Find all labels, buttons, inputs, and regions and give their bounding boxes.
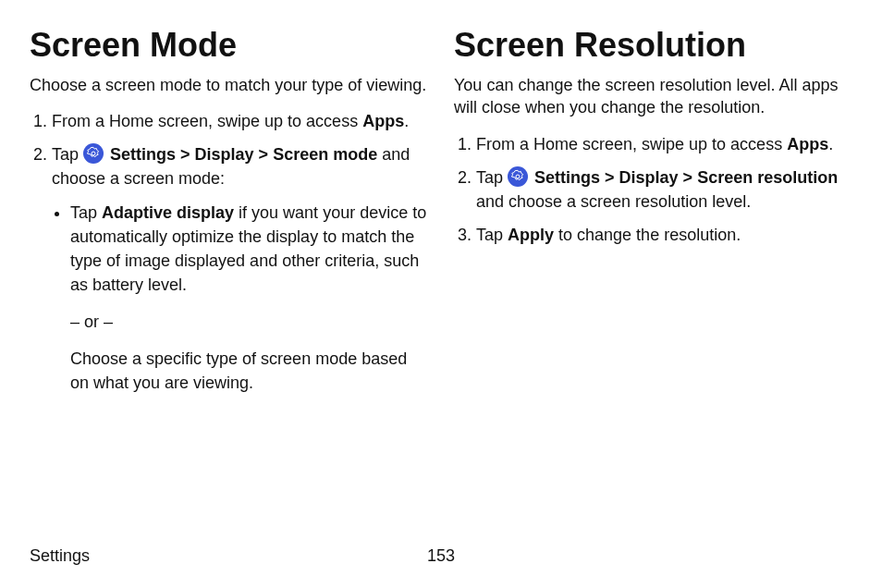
step-2-settings-bold: Settings (110, 145, 176, 164)
res-step-1-prefix: From a Home screen, swipe up to access (476, 135, 787, 153)
step-1-text-suffix: . (404, 112, 409, 130)
manual-page: Screen Mode Choose a screen mode to matc… (0, 0, 882, 588)
res-step-2: Tap Settings > Display > Screen resoluti… (476, 165, 852, 214)
bullet-alt: Choose a specific type of screen mode ba… (70, 347, 428, 395)
step-1: From a Home screen, swipe up to access A… (52, 109, 428, 133)
res-step-3-suffix: to change the resolution. (554, 226, 741, 244)
column-screen-mode: Screen Mode Choose a screen mode to matc… (30, 26, 428, 404)
bullet-bold: Adaptive display (102, 203, 234, 222)
heading-screen-mode: Screen Mode (30, 26, 428, 65)
two-column-layout: Screen Mode Choose a screen mode to matc… (30, 26, 852, 404)
res-step-2-suffix: and choose a screen resolution level. (476, 192, 751, 211)
step-2-sep1: > (176, 145, 195, 164)
heading-screen-resolution: Screen Resolution (454, 26, 852, 65)
res-step-2-sep2: > (679, 168, 698, 187)
gear-icon (508, 166, 528, 187)
intro-screen-mode: Choose a screen mode to match your type … (30, 74, 428, 96)
footer-page-number: 153 (30, 546, 852, 566)
res-step-2-screenres-bold: Screen resolution (697, 168, 838, 187)
res-step-1: From a Home screen, swipe up to access A… (476, 132, 852, 156)
svg-point-1 (516, 175, 520, 178)
step-2-display-bold: Display (195, 145, 254, 164)
res-step-2-sep1: > (600, 168, 619, 187)
step-1-text-prefix: From a Home screen, swipe up to access (52, 112, 362, 130)
res-step-2-display-bold: Display (619, 168, 679, 187)
step-2-screenmode-bold: Screen mode (273, 145, 377, 164)
step-2-sublist: Tap Adaptive display if you want your de… (52, 201, 428, 396)
step-2: Tap Settings > Display > Screen mode and… (52, 142, 428, 395)
step-2-prefix: Tap (52, 145, 83, 164)
svg-point-0 (92, 152, 95, 155)
step-2-sep2: > (254, 145, 274, 164)
step-1-apps-bold: Apps (362, 112, 404, 130)
res-step-2-settings-bold: Settings (534, 168, 600, 187)
page-footer: Settings 153 (30, 546, 852, 566)
gear-icon (83, 143, 104, 164)
steps-screen-resolution: From a Home screen, swipe up to access A… (454, 132, 852, 247)
bullet-prefix: Tap (70, 203, 102, 222)
res-step-3: Tap Apply to change the resolution. (476, 223, 852, 247)
res-step-1-suffix: . (828, 135, 833, 153)
or-separator: – or – (70, 310, 428, 334)
res-step-1-apps-bold: Apps (787, 135, 828, 153)
intro-screen-resolution: You can change the screen resolution lev… (454, 74, 852, 119)
column-screen-resolution: Screen Resolution You can change the scr… (454, 26, 852, 404)
res-step-3-prefix: Tap (476, 226, 508, 244)
bullet-adaptive: Tap Adaptive display if you want your de… (70, 201, 428, 396)
steps-screen-mode: From a Home screen, swipe up to access A… (30, 109, 428, 395)
res-step-2-prefix: Tap (476, 168, 508, 187)
res-step-3-apply-bold: Apply (508, 226, 554, 244)
